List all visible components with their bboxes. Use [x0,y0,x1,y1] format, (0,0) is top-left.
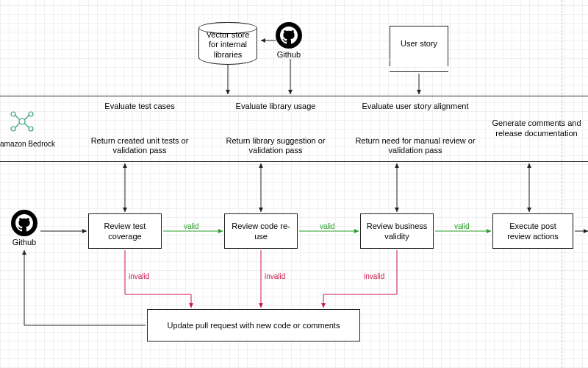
invalid-label-1: invalid [129,272,149,280]
band-col-3: Evaluate user story alignment Return nee… [353,102,478,156]
github-left-node[interactable]: Github [11,210,37,247]
canvas-right-guide [562,0,562,368]
execute-post-box[interactable]: Execute post review actions [492,213,573,249]
review-business-label: Review business validity [365,221,429,242]
svg-point-0 [19,118,25,124]
review-test-label: Review test coverage [93,221,157,242]
review-test-box[interactable]: Review test coverage [88,213,162,249]
invalid-label-3: invalid [364,272,384,280]
valid-label-1: valid [184,222,199,230]
user-story-node[interactable]: User story [390,26,448,66]
vector-store-node[interactable]: Vector store for internal libraries [198,22,257,65]
review-code-box[interactable]: Review code re-use [224,213,298,249]
band-col-1: Evaluate test cases Return created unit … [81,102,198,156]
band-col2-title: Evaluate library usage [217,102,334,112]
update-pr-box[interactable]: Update pull request with new code or com… [147,309,360,342]
review-code-label: Review code re-use [229,221,293,242]
vector-store-label: Vector store for internal libraries [204,30,252,60]
band-col1-title: Evaluate test cases [81,102,198,112]
valid-label-3: valid [454,222,470,230]
svg-point-2 [29,112,33,116]
review-business-box[interactable]: Review business validity [360,213,434,249]
svg-point-1 [11,112,15,116]
svg-line-6 [24,116,29,120]
band-col3-return: Return need for manual review or validat… [353,136,478,157]
bedrock-label: amazon Bedrock [0,140,55,148]
github-icon [276,22,302,49]
svg-point-4 [29,127,33,131]
band-col-2: Evaluate library usage Return library su… [217,102,334,156]
band-col4-title: Generate comments and release documentat… [489,118,584,139]
svg-point-3 [11,127,15,131]
github-top-node[interactable]: Github [276,22,302,59]
github-top-label: Github [277,50,301,59]
execute-post-label: Execute post review actions [498,221,568,242]
valid-label-2: valid [320,222,335,230]
svg-line-5 [15,116,20,120]
invalid-label-2: invalid [265,272,285,280]
band-col-4: Generate comments and release documentat… [489,102,584,156]
update-pr-label: Update pull request with new code or com… [168,320,340,330]
band-col3-title: Evaluate user story alignment [353,102,478,112]
github-icon [11,210,37,236]
svg-line-7 [15,123,20,127]
svg-line-8 [24,123,29,127]
band-col2-return: Return library suggestion or validation … [217,136,334,157]
band-col1-return: Return created unit tests or validation … [81,136,198,157]
user-story-label: User story [401,39,437,48]
github-left-label: Github [12,238,36,247]
bedrock-icon [7,107,37,136]
